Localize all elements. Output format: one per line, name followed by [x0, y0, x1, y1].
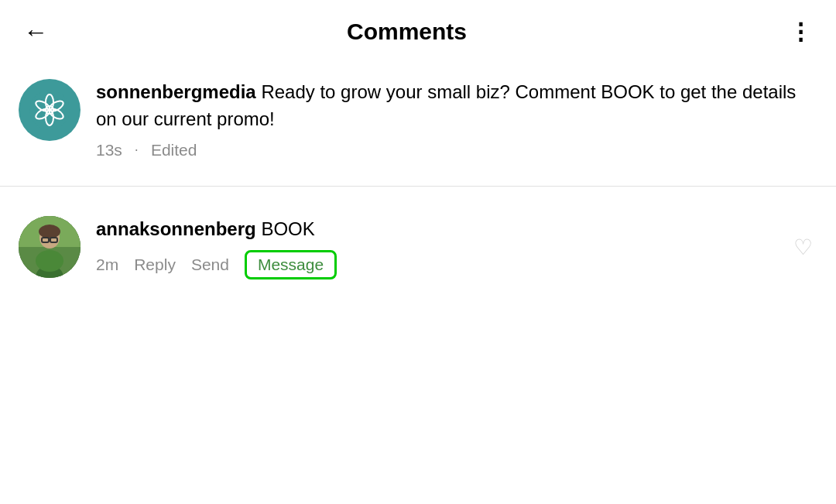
section-divider — [0, 186, 836, 187]
commenter-username[interactable]: sonnenbergmedia — [96, 81, 256, 102]
header: ← Comments ⋮ — [0, 0, 836, 60]
comment-content-2: annaksonnenberg BOOK 2m Reply Send Messa… — [96, 216, 778, 280]
comment-body-2: BOOK — [256, 218, 315, 239]
profile-icon — [29, 90, 70, 130]
comment-row-2: annaksonnenberg BOOK 2m Reply Send Messa… — [0, 194, 836, 302]
avatar — [19, 216, 81, 278]
comment-text-2: annaksonnenberg BOOK — [96, 216, 778, 243]
separator: · — [135, 142, 139, 158]
comment-content: sonnenbergmedia Ready to grow your small… — [96, 79, 813, 159]
comment-row: sonnenbergmedia Ready to grow your small… — [0, 60, 836, 178]
avatar-image — [19, 216, 81, 278]
comment-time: 13s — [96, 141, 122, 159]
commenter-username-2[interactable]: annaksonnenberg — [96, 218, 256, 239]
reply-button[interactable]: Reply — [134, 255, 176, 274]
svg-point-11 — [39, 225, 60, 238]
avatar — [19, 79, 81, 141]
more-options-button[interactable]: ⋮ — [789, 25, 813, 39]
comment-meta: 13s · Edited — [96, 141, 813, 159]
comment-time-2: 2m — [96, 255, 118, 274]
send-button[interactable]: Send — [191, 255, 229, 274]
message-button[interactable]: Message — [245, 250, 337, 279]
person-silhouette-icon — [19, 216, 81, 278]
comment-actions: 2m Reply Send Message — [96, 250, 778, 279]
edited-label: Edited — [151, 141, 197, 159]
comment-text: sonnenbergmedia Ready to grow your small… — [96, 79, 813, 133]
like-button[interactable]: ♡ — [793, 235, 813, 260]
page-title: Comments — [25, 19, 789, 45]
svg-point-15 — [36, 250, 63, 272]
